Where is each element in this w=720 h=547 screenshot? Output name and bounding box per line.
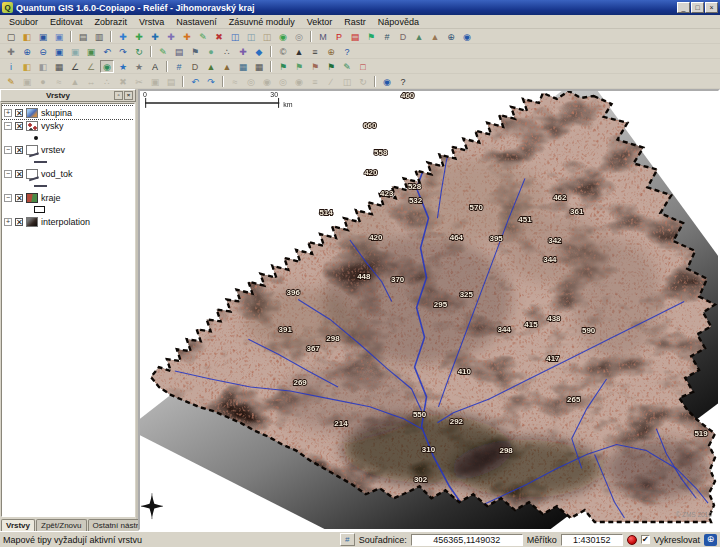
refresh-map-button[interactable]: ↻ bbox=[132, 45, 146, 58]
layer-visibility-checkbox[interactable]: ✕ bbox=[15, 146, 23, 154]
map-tips-button[interactable]: ◉ bbox=[100, 60, 114, 73]
menu-soubor[interactable]: Soubor bbox=[3, 16, 44, 28]
layer-item-skupina[interactable]: +✕skupina bbox=[2, 106, 134, 119]
quick-print-button[interactable]: ▤ bbox=[348, 30, 362, 43]
decorations-copyright-button[interactable]: © bbox=[276, 45, 290, 58]
layer-item-vysky[interactable]: −✕vysky bbox=[2, 119, 134, 132]
python-console-button[interactable]: ◉ bbox=[460, 30, 474, 43]
zoom-next-button[interactable]: ↷ bbox=[116, 45, 130, 58]
add-gpx-layer-button[interactable]: ⚑ bbox=[188, 45, 202, 58]
menu-vektor[interactable]: Vektor bbox=[301, 16, 339, 28]
remove-layer-button[interactable]: ✖ bbox=[212, 30, 226, 43]
add-raster-layer-button[interactable]: ✚ bbox=[132, 30, 146, 43]
menu-editovat[interactable]: Editovat bbox=[44, 16, 89, 28]
menu-vrstva[interactable]: Vrstva bbox=[133, 16, 170, 28]
gps-tools-button[interactable]: ⚑ bbox=[364, 30, 378, 43]
decorations-scale-bar-button[interactable]: ≡ bbox=[308, 45, 322, 58]
mapserver-export-button[interactable]: M bbox=[316, 30, 330, 43]
dxf2shp-converter-button[interactable]: D bbox=[396, 30, 410, 43]
zoom-last-button[interactable]: ↶ bbox=[100, 45, 114, 58]
close-button[interactable]: × bbox=[705, 2, 718, 13]
new-bookmark-button[interactable]: ★ bbox=[116, 60, 130, 73]
menu-rastr[interactable]: Rastr bbox=[338, 16, 372, 28]
undo-button[interactable]: ↶ bbox=[188, 75, 202, 88]
ftools-button[interactable]: ◆ bbox=[252, 45, 266, 58]
text-annotation-button[interactable]: A bbox=[148, 60, 162, 73]
add-delimited-text-button[interactable]: ▤ bbox=[172, 45, 186, 58]
save-project-as-button[interactable]: ▣ bbox=[52, 30, 66, 43]
grass-region-button[interactable]: □ bbox=[356, 60, 370, 73]
grass-tools-button[interactable]: ⚑ bbox=[324, 60, 338, 73]
redo-button[interactable]: ↷ bbox=[204, 75, 218, 88]
layer-expander[interactable]: − bbox=[4, 170, 12, 178]
plugin-installer-button[interactable]: ✚ bbox=[236, 45, 250, 58]
menu-z-suvn-moduly[interactable]: Zásuvné moduly bbox=[223, 16, 301, 28]
save-project-button[interactable]: ▣ bbox=[36, 30, 50, 43]
layer-expander[interactable]: − bbox=[4, 194, 12, 202]
grass-edit-button[interactable]: ✎ bbox=[340, 60, 354, 73]
toggle-editing-button[interactable]: ✎ bbox=[4, 75, 18, 88]
dock-close-button[interactable]: × bbox=[124, 91, 133, 100]
stop-rendering-icon[interactable] bbox=[627, 535, 637, 545]
grass-close-mapset-button[interactable]: ⚑ bbox=[308, 60, 322, 73]
raster-calculator-button[interactable]: ▦ bbox=[252, 60, 266, 73]
identify-features-button[interactable]: i bbox=[4, 60, 18, 73]
select-features-button[interactable]: ◧ bbox=[20, 60, 34, 73]
dock-float-button[interactable]: ▫ bbox=[114, 91, 123, 100]
raster-terrain-analysis-button[interactable]: ▲ bbox=[428, 30, 442, 43]
python-console-2-button[interactable]: ◉ bbox=[380, 75, 394, 88]
layer-expander[interactable]: − bbox=[4, 122, 12, 130]
live-gps-tracking-button[interactable]: ⊕ bbox=[324, 45, 338, 58]
dxf2shp-button[interactable]: D bbox=[188, 60, 202, 73]
grass-open-mapset-button[interactable]: ⚑ bbox=[276, 60, 290, 73]
zoom-in-button[interactable]: ⊕ bbox=[20, 45, 34, 58]
interpolation-tool-button[interactable]: ▲ bbox=[204, 60, 218, 73]
menu-nastaven-[interactable]: Nastavení bbox=[170, 16, 223, 28]
measure-line-button[interactable]: ∠ bbox=[68, 60, 82, 73]
help-contents-button[interactable]: ? bbox=[340, 45, 354, 58]
add-wms-layer-button[interactable]: ✚ bbox=[180, 30, 194, 43]
remove-all-from-overview-button[interactable]: ◫ bbox=[260, 30, 274, 43]
scale-input[interactable]: 1:430152 bbox=[561, 534, 623, 546]
zoom-out-button[interactable]: ⊖ bbox=[36, 45, 50, 58]
coordinate-capture-button[interactable]: # bbox=[380, 30, 394, 43]
add-spatialite-layer-button[interactable]: ✚ bbox=[164, 30, 178, 43]
zoom-full-extent-button[interactable]: ▣ bbox=[52, 45, 66, 58]
add-all-to-overview-button[interactable]: ◫ bbox=[244, 30, 258, 43]
layer-expander[interactable]: − bbox=[4, 146, 12, 154]
layer-item-vod-tok[interactable]: −✕vod_tok bbox=[2, 167, 134, 180]
coordinate-capture-icon[interactable]: # bbox=[340, 533, 355, 546]
measure-area-button[interactable]: ∠ bbox=[84, 60, 98, 73]
layer-item-vrstev[interactable]: −✕vrstev bbox=[2, 143, 134, 156]
road-graph-button[interactable]: ∴ bbox=[220, 45, 234, 58]
georeferencer-button[interactable]: ⊕ bbox=[444, 30, 458, 43]
coordinate-input[interactable]: 456365,1149032 bbox=[411, 534, 523, 546]
zoom-to-layer-button[interactable]: ▣ bbox=[84, 45, 98, 58]
show-bookmarks-button[interactable]: ★ bbox=[132, 60, 146, 73]
crs-status-icon[interactable]: ⊕ bbox=[704, 534, 717, 546]
decorations-north-arrow-button[interactable]: ▲ bbox=[292, 45, 306, 58]
layer-expander[interactable]: + bbox=[4, 109, 12, 117]
layer-item-interpolation[interactable]: +✕interpolation bbox=[2, 215, 134, 228]
whats-this-help-button[interactable]: ? bbox=[396, 75, 410, 88]
map-canvas[interactable]: 4606605584205284235325705144623614514204… bbox=[138, 89, 720, 531]
new-shapefile-layer-button[interactable]: ✎ bbox=[196, 30, 210, 43]
open-project-button[interactable]: ◧ bbox=[20, 30, 34, 43]
terrain-analysis-button[interactable]: ▲ bbox=[220, 60, 234, 73]
layer-item-kraje[interactable]: −✕kraje bbox=[2, 191, 134, 204]
composer-manager-button[interactable]: ▥ bbox=[92, 30, 106, 43]
add-vector-layer-button[interactable]: ✚ bbox=[116, 30, 130, 43]
new-project-button[interactable]: ▢ bbox=[4, 30, 18, 43]
zonal-statistics-button[interactable]: ▦ bbox=[236, 60, 250, 73]
open-attribute-table-button[interactable]: ▦ bbox=[52, 60, 66, 73]
coordinate-capture-plugin-button[interactable]: # bbox=[172, 60, 186, 73]
pan-map-button[interactable]: ✚ bbox=[4, 45, 18, 58]
new-vector-layer-button[interactable]: ✎ bbox=[156, 45, 170, 58]
layer-visibility-checkbox[interactable]: ✕ bbox=[15, 218, 23, 226]
layer-expander[interactable]: + bbox=[4, 218, 12, 226]
dock-tab-zp-t-znovu[interactable]: Zpět/Znovu bbox=[36, 519, 86, 531]
grass-new-mapset-button[interactable]: ⚑ bbox=[292, 60, 306, 73]
zoom-to-selection-button[interactable]: ▣ bbox=[68, 45, 82, 58]
show-all-layers-button[interactable]: ◉ bbox=[276, 30, 290, 43]
add-to-overview-button[interactable]: ◫ bbox=[228, 30, 242, 43]
